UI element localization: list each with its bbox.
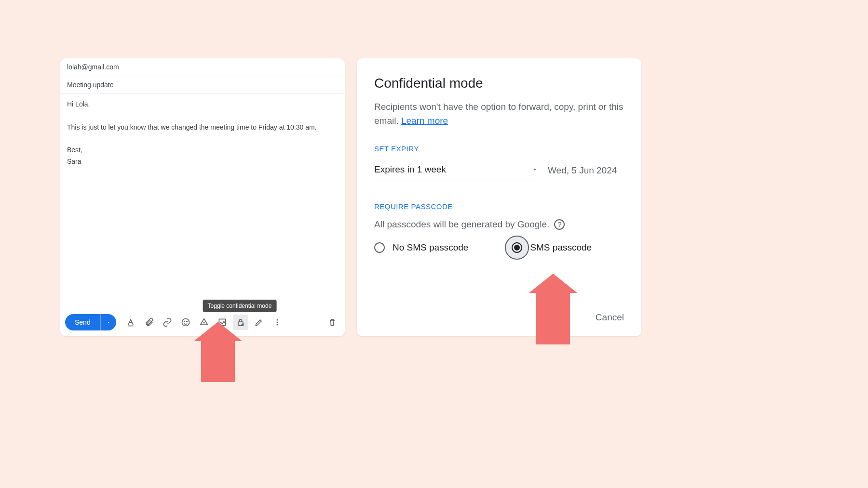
emoji-icon[interactable]	[178, 315, 193, 330]
send-options-dropdown[interactable]	[100, 314, 116, 330]
signature-icon[interactable]	[251, 315, 267, 330]
to-field[interactable]: lolah@gmail.com	[60, 58, 345, 76]
dialog-title: Confidential mode	[374, 76, 624, 91]
compose-window: lolah@gmail.com Meeting update Hi Lola, …	[60, 58, 345, 336]
learn-more-link[interactable]: Learn more	[401, 116, 448, 126]
send-button-group: Send	[65, 314, 116, 330]
confidential-mode-dialog: Confidential mode Recipients won't have …	[357, 58, 641, 336]
help-icon[interactable]: ?	[554, 219, 565, 230]
svg-point-2	[184, 321, 185, 322]
sms-option[interactable]: SMS passcode	[512, 242, 592, 253]
send-button[interactable]: Send	[65, 314, 100, 330]
annotation-arrow-1-body	[201, 336, 235, 382]
passcode-note-text: All passcodes will be generated by Googl…	[374, 219, 549, 230]
discard-draft-icon[interactable]	[325, 315, 340, 330]
expiry-row: Expires in 1 week Wed, 5 Jun 2024	[374, 161, 624, 180]
radio-icon	[374, 242, 385, 253]
dialog-actions: Cancel	[596, 312, 624, 323]
radio-icon-selected	[512, 242, 522, 253]
passcode-note: All passcodes will be generated by Googl…	[374, 219, 624, 230]
sms-label: SMS passcode	[530, 242, 592, 253]
cancel-button[interactable]: Cancel	[596, 312, 624, 323]
svg-point-8	[276, 319, 278, 321]
email-body[interactable]: Hi Lola, This is just to let you know th…	[60, 94, 345, 310]
chevron-down-icon	[531, 166, 538, 173]
svg-point-1	[182, 319, 189, 326]
no-sms-label: No SMS passcode	[393, 242, 468, 253]
expiry-value: Expires in 1 week	[374, 164, 446, 175]
subject-field[interactable]: Meeting update	[60, 76, 345, 94]
svg-point-9	[276, 322, 278, 323]
require-passcode-label: REQUIRE PASSCODE	[374, 202, 624, 211]
svg-point-3	[186, 321, 187, 322]
svg-point-10	[276, 324, 278, 326]
more-options-icon[interactable]	[270, 315, 285, 330]
annotation-arrow-2-body	[536, 288, 570, 344]
dialog-description: Recipients won't have the option to forw…	[374, 100, 624, 128]
radio-selected-bg	[505, 236, 529, 260]
no-sms-option[interactable]: No SMS passcode	[374, 242, 468, 253]
link-icon[interactable]	[160, 315, 175, 330]
dialog-desc-text-1: Recipients won't have the option to forw…	[374, 102, 609, 112]
expiry-date: Wed, 5 Jun 2024	[548, 165, 617, 176]
formatting-icon[interactable]	[123, 315, 138, 330]
set-expiry-label: SET EXPIRY	[374, 145, 624, 153]
passcode-radio-group: No SMS passcode SMS passcode	[374, 242, 624, 253]
expiry-dropdown[interactable]: Expires in 1 week	[374, 161, 538, 180]
attach-icon[interactable]	[141, 315, 157, 330]
